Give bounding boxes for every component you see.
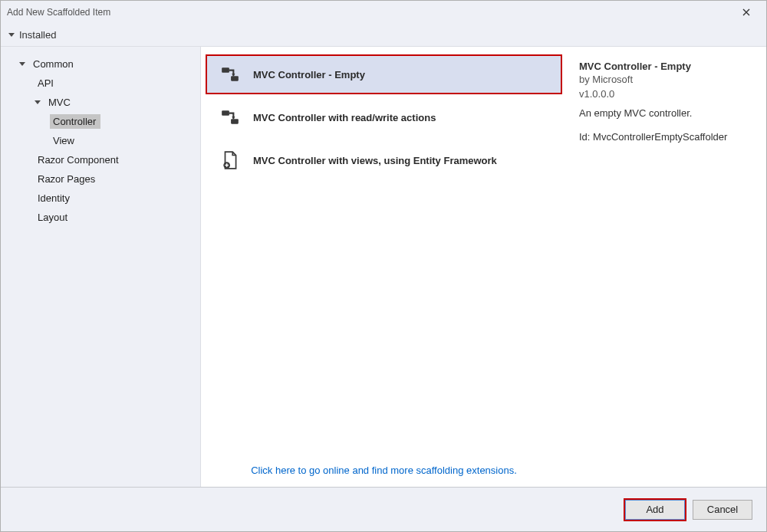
file-add-icon [219,149,241,171]
template-label: MVC Controller with read/write actions [253,112,436,123]
tree-label: Controller [50,114,100,129]
tree-item-common[interactable]: Common [15,54,200,74]
close-button[interactable] [732,3,760,21]
tree-label: Common [30,57,78,71]
tab-installed[interactable]: Installed [8,29,56,41]
tree-item-layout[interactable]: Layout [15,208,200,227]
tree-label: View [50,133,79,148]
details-title: MVC Controller - Empty [579,61,755,72]
close-icon [742,8,750,16]
details-author: by Microsoft [579,74,755,85]
template-row-mvc-empty[interactable]: MVC Controller - Empty [206,54,562,94]
tabs-bar: Installed [1,24,766,47]
add-button[interactable]: Add [625,500,685,520]
cancel-button[interactable]: Cancel [693,500,752,520]
details-id: Id: MvcControllerEmptyScaffolder [579,131,755,143]
details-description: An empty MVC controller. [579,107,755,119]
tree-item-identity[interactable]: Identity [15,189,200,208]
template-list-panel: MVC Controller - Empty MVC Controller wi… [200,47,567,487]
tree-label: Razor Pages [35,172,100,186]
tree-item-api[interactable]: API [30,74,200,93]
tree-label: API [35,76,58,90]
controller-icon [219,107,241,128]
center-footer: Click here to go online and find more sc… [201,455,567,487]
tab-label: Installed [19,29,56,41]
tree-label: Layout [35,210,72,225]
details-panel: MVC Controller - Empty by Microsoft v1.0… [567,47,766,487]
content-area: Common API MVC Controller View [1,47,766,487]
tree-label: Identity [35,191,74,205]
template-row-mvc-readwrite[interactable]: MVC Controller with read/write actions [206,97,562,137]
online-extensions-link[interactable]: Click here to go online and find more sc… [251,465,517,476]
template-row-mvc-views-ef[interactable]: MVC Controller with views, using Entity … [206,140,562,180]
tree-label: MVC [45,95,75,110]
svg-rect-0 [222,67,229,73]
details-version: v1.0.0.0 [579,88,755,100]
tree-label: Razor Component [35,153,123,167]
chevron-down-icon [35,100,41,104]
tree-item-view[interactable]: View [45,131,200,150]
svg-rect-1 [231,76,239,81]
svg-rect-3 [231,119,239,124]
window-title: Add New Scaffolded Item [7,7,110,18]
tree-item-controller[interactable]: Controller [45,112,200,131]
chevron-down-icon [19,62,25,66]
template-label: MVC Controller - Empty [253,69,365,80]
chevron-down-icon [8,33,15,37]
svg-rect-2 [222,110,229,116]
template-label: MVC Controller with views, using Entity … [253,155,497,166]
tree-item-razor-pages[interactable]: Razor Pages [30,169,200,189]
dialog-footer: Add Cancel [1,487,766,531]
titlebar: Add New Scaffolded Item [1,1,766,24]
category-sidebar: Common API MVC Controller View [1,47,200,487]
template-list: MVC Controller - Empty MVC Controller wi… [201,54,567,455]
controller-icon [219,64,241,85]
tree-item-razor-component[interactable]: Razor Component [30,150,200,169]
tree-item-mvc[interactable]: MVC [30,93,200,112]
